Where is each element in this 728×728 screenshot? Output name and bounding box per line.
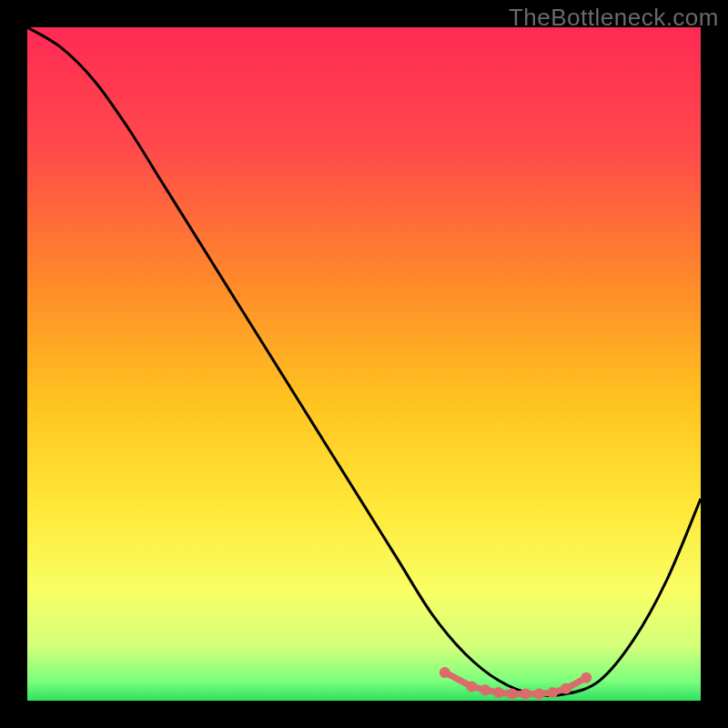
curve-layer <box>27 27 701 701</box>
sweet-spot-marker <box>493 687 504 698</box>
sweet-spot-marker <box>547 687 558 698</box>
sweet-spot-marker <box>440 667 450 678</box>
sweet-spot-marker <box>581 672 592 683</box>
watermark-text: TheBottleneck.com <box>509 4 719 32</box>
sweet-spot-marker <box>480 684 490 695</box>
bottleneck-curve <box>27 27 701 695</box>
sweet-spot-marker <box>466 681 477 692</box>
sweet-spot-marker <box>533 689 544 700</box>
sweet-spot-marker <box>507 689 518 700</box>
chart-container: TheBottleneck.com <box>0 0 728 728</box>
plot-area <box>27 27 701 701</box>
sweet-spot-marker <box>561 683 571 694</box>
sweet-spot-marker <box>521 689 531 700</box>
